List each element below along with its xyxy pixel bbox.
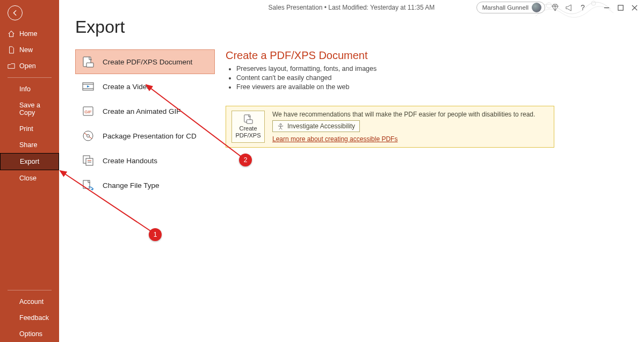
sidebar-item-label: New bbox=[19, 46, 33, 54]
sidebar-item-info[interactable]: Info bbox=[0, 81, 59, 97]
export-option-label: Create Handouts bbox=[103, 157, 157, 165]
video-icon bbox=[81, 80, 95, 93]
export-option-label: Create PDF/XPS Document bbox=[103, 58, 192, 66]
sidebar-item-label: Open bbox=[19, 62, 36, 70]
sidebar-item-home[interactable]: Home bbox=[0, 26, 59, 42]
document-icon bbox=[8, 46, 15, 54]
svg-marker-9 bbox=[87, 85, 90, 88]
investigate-accessibility-button[interactable]: Investigate Accessibility bbox=[272, 120, 360, 132]
export-option-handouts[interactable]: Create Handouts bbox=[75, 148, 215, 173]
accessibility-info-text: We have recommendations that will make t… bbox=[272, 111, 548, 118]
accessible-pdf-link[interactable]: Learn more about creating accessible PDF… bbox=[272, 135, 397, 143]
gif-icon: GIF bbox=[81, 105, 95, 118]
export-option-label: Change File Type bbox=[103, 181, 160, 190]
sidebar-item-label: Export bbox=[20, 158, 39, 165]
backstage-sidebar: Home New Open Info Save a Copy Print Sha… bbox=[0, 0, 59, 342]
page-title: Export bbox=[75, 17, 125, 37]
sidebar-item-share[interactable]: Share bbox=[0, 137, 59, 153]
detail-bullet: Preserves layout, formatting, fonts, and… bbox=[236, 65, 569, 72]
export-option-label: Create an Animated GIF bbox=[103, 107, 181, 115]
sidebar-item-export[interactable]: Export bbox=[0, 153, 59, 170]
sidebar-item-label: Info bbox=[19, 85, 31, 93]
folder-open-icon bbox=[8, 62, 15, 70]
create-pdf-label-2: PDF/XPS bbox=[235, 132, 261, 139]
create-pdf-button[interactable]: Create PDF/XPS bbox=[231, 111, 265, 143]
accessibility-person-icon bbox=[277, 123, 284, 130]
handouts-icon bbox=[81, 154, 95, 167]
sidebar-item-save-copy[interactable]: Save a Copy bbox=[0, 97, 59, 121]
sidebar-item-label: Close bbox=[19, 174, 37, 182]
svg-point-12 bbox=[83, 131, 93, 141]
export-option-change-filetype[interactable]: Change File Type bbox=[75, 173, 215, 198]
sidebar-item-feedback[interactable]: Feedback bbox=[0, 310, 59, 326]
accessibility-info-box: Create PDF/XPS We have recommendations t… bbox=[226, 106, 554, 148]
pdf-export-icon bbox=[242, 114, 254, 124]
svg-text:GIF: GIF bbox=[84, 110, 91, 114]
export-option-video[interactable]: Create a Video bbox=[75, 74, 215, 99]
svg-rect-5 bbox=[86, 63, 93, 67]
create-pdf-label-1: Create bbox=[239, 125, 257, 132]
pdf-document-icon bbox=[81, 55, 95, 68]
sidebar-item-label: Share bbox=[19, 141, 37, 149]
export-option-label: Package Presentation for CD bbox=[103, 132, 197, 140]
cd-icon bbox=[81, 129, 95, 142]
back-button[interactable] bbox=[8, 5, 23, 20]
sidebar-item-label: Feedback bbox=[19, 314, 49, 322]
sidebar-item-label: Save a Copy bbox=[19, 101, 56, 117]
export-options-list: Create PDF/XPS Document Create a Video G… bbox=[75, 49, 215, 342]
sidebar-item-account[interactable]: Account bbox=[0, 294, 59, 310]
svg-rect-20 bbox=[247, 120, 252, 123]
sidebar-item-close[interactable]: Close bbox=[0, 170, 59, 186]
sidebar-item-new[interactable]: New bbox=[0, 42, 59, 58]
sidebar-separator bbox=[8, 77, 52, 78]
detail-bullet: Content can't be easily changed bbox=[236, 74, 569, 82]
sidebar-item-label: Options bbox=[19, 330, 42, 338]
export-option-gif[interactable]: GIF Create an Animated GIF bbox=[75, 99, 215, 123]
change-filetype-icon bbox=[81, 179, 95, 192]
detail-heading: Create a PDF/XPS Document bbox=[226, 49, 569, 62]
svg-point-13 bbox=[87, 135, 90, 137]
arrow-left-icon bbox=[11, 9, 19, 17]
detail-bullet-list: Preserves layout, formatting, fonts, and… bbox=[226, 65, 569, 91]
export-option-label: Create a Video bbox=[103, 83, 151, 91]
sidebar-separator bbox=[8, 290, 52, 290]
export-page: Export Create PDF/XPS Document Create a … bbox=[59, 0, 644, 342]
export-option-pdf[interactable]: Create PDF/XPS Document bbox=[75, 49, 215, 74]
home-icon bbox=[8, 30, 15, 38]
sidebar-item-open[interactable]: Open bbox=[0, 58, 59, 74]
svg-point-21 bbox=[280, 123, 281, 125]
svg-rect-18 bbox=[83, 180, 90, 188]
detail-bullet: Free viewers are available on the web bbox=[236, 83, 569, 91]
export-detail-panel: Create a PDF/XPS Document Preserves layo… bbox=[226, 49, 569, 342]
investigate-label: Investigate Accessibility bbox=[287, 122, 355, 130]
sidebar-item-label: Account bbox=[19, 298, 44, 305]
export-option-package-cd[interactable]: Package Presentation for CD bbox=[75, 123, 215, 148]
sidebar-item-label: Home bbox=[19, 30, 37, 38]
sidebar-item-options[interactable]: Options bbox=[0, 326, 59, 342]
sidebar-item-print[interactable]: Print bbox=[0, 121, 59, 137]
sidebar-item-label: Print bbox=[19, 125, 33, 133]
